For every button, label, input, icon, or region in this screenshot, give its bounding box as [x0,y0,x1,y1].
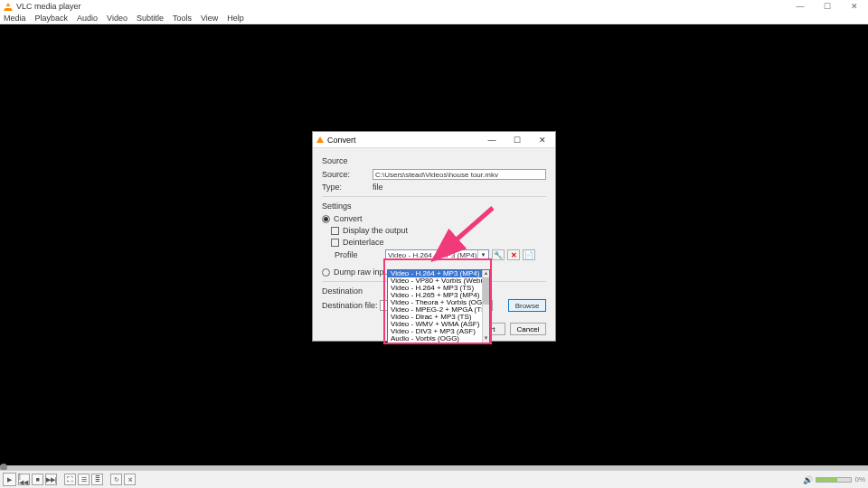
delete-profile-button[interactable]: ✕ [507,249,520,260]
profile-selected-text: Video - H.264 + MP3 (MP4) [388,251,476,259]
vlc-cone-icon [316,136,324,143]
dropdown-scrollbar[interactable]: ▲ ▼ [482,270,489,343]
convert-radio[interactable] [322,215,330,223]
close-button[interactable]: ✕ [841,0,868,13]
fullscreen-button[interactable]: ⛶ [64,474,76,485]
profile-option[interactable]: Video - H.264 + MP3 (MP4) [388,270,489,277]
display-output-checkbox[interactable] [331,227,339,235]
cancel-button[interactable]: Cancel [510,323,546,335]
scroll-thumb[interactable] [483,277,489,305]
deinterlace-label: Deinterlace [343,238,384,247]
menu-view[interactable]: View [201,14,218,23]
type-value: file [373,183,383,192]
menubar: Media Playback Audio Video Subtitle Tool… [0,13,868,24]
settings-section-label: Settings [322,202,546,211]
browse-button[interactable]: Browse [508,299,546,312]
profile-combobox[interactable]: Video - H.264 + MP3 (MP4) ▼ [385,249,489,260]
stop-button[interactable]: ■ [32,474,43,485]
profile-dropdown-list[interactable]: Video - H.264 + MP3 (MP4) Video - VP80 +… [387,269,490,343]
profile-option[interactable]: Audio - Vorbis (OGG) [388,335,489,343]
source-section-label: Source [322,156,546,165]
profile-option[interactable]: Video - H.264 + MP3 (TS) [388,285,489,292]
extended-settings-button[interactable]: ☰ [78,474,90,485]
vlc-cone-icon [4,2,13,11]
menu-audio[interactable]: Audio [77,14,98,23]
source-input[interactable]: C:\Users\stead\Videos\house tour.mkv [373,169,546,180]
maximize-button[interactable]: ☐ [814,0,841,13]
window-titlebar: VLC media player — ☐ ✕ [0,0,868,13]
dialog-close-button[interactable]: ✕ [530,132,555,148]
volume-icon[interactable]: 🔊 [803,475,813,484]
source-label: Source: [322,170,373,179]
profile-option[interactable]: Video - H.265 + MP3 (MP4) [388,292,489,299]
edit-profile-button[interactable]: 🔧 [492,249,505,260]
menu-subtitle[interactable]: Subtitle [137,14,164,23]
dialog-titlebar[interactable]: Convert — ☐ ✕ [313,132,555,148]
volume-percent: 0% [854,475,865,483]
profile-option[interactable]: Video - Dirac + MP3 (TS) [388,314,489,321]
window-title: VLC media player [16,2,81,11]
convert-radio-label: Convert [334,214,363,223]
dialog-maximize-button[interactable]: ☐ [505,132,530,148]
volume-slider[interactable] [816,477,852,483]
menu-media[interactable]: Media [4,14,26,23]
type-label: Type: [322,183,373,192]
next-button[interactable]: ▶▶| [45,474,57,485]
profile-option[interactable]: Video - MPEG-2 + MPGA (TS) [388,306,489,314]
loop-button[interactable]: ↻ [110,474,122,485]
profile-option[interactable]: Video - WMV + WMA (ASF) [388,321,489,328]
minimize-button[interactable]: — [787,0,814,13]
menu-tools[interactable]: Tools [173,14,192,23]
destination-file-label: Destination file: [322,301,378,310]
display-output-label: Display the output [343,226,408,235]
scroll-down-icon[interactable]: ▼ [483,335,489,343]
profile-label: Profile [335,250,385,259]
prev-button[interactable]: |◀◀ [18,474,30,485]
chevron-down-icon[interactable]: ▼ [477,250,488,259]
new-profile-button[interactable]: 📄 [523,249,535,260]
dump-raw-radio[interactable] [322,268,330,277]
deinterlace-checkbox[interactable] [331,239,339,247]
playback-controls: ▶ |◀◀ ■ ▶▶| ⛶ ☰ ≣ ↻ ⤨ 🔊 0% [0,470,868,488]
play-button[interactable]: ▶ [3,473,16,486]
menu-help[interactable]: Help [227,14,244,23]
dump-raw-label: Dump raw input [334,267,391,277]
menu-playback[interactable]: Playback [35,14,69,23]
playlist-button[interactable]: ≣ [91,474,103,485]
profile-option[interactable]: Video - VP80 + Vorbis (Webm) [388,277,489,285]
shuffle-button[interactable]: ⤨ [124,474,136,485]
profile-option[interactable]: Video - Theora + Vorbis (OGG) [388,299,489,306]
menu-video[interactable]: Video [107,14,127,23]
dialog-minimize-button[interactable]: — [479,132,505,148]
dialog-title: Convert [327,136,356,145]
profile-option[interactable]: Video - DIV3 + MP3 (ASF) [388,328,489,335]
scroll-up-icon[interactable]: ▲ [483,270,489,277]
